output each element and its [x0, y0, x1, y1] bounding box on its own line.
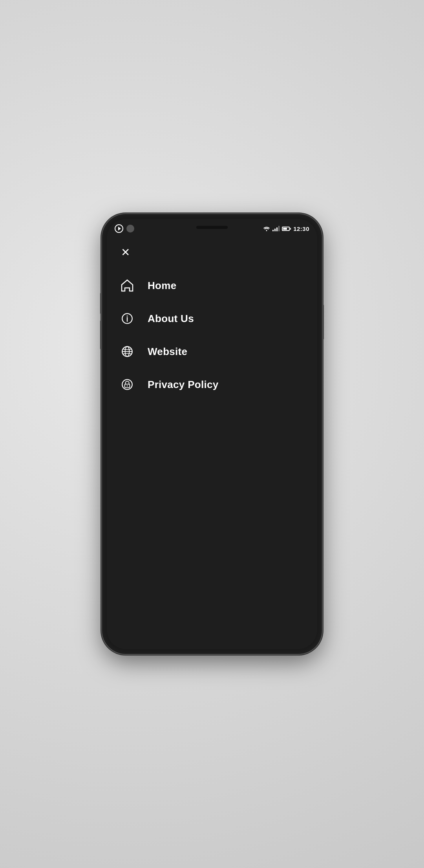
- status-time: 12:30: [293, 225, 309, 232]
- volume-up-button[interactable]: [100, 293, 102, 314]
- close-button[interactable]: ✕: [117, 244, 134, 261]
- speaker-grille: [196, 226, 228, 229]
- close-icon: ✕: [121, 247, 130, 258]
- app-content: ✕ Home: [107, 236, 317, 641]
- signal-bar-2: [274, 229, 276, 231]
- info-circle-icon: [119, 310, 136, 327]
- bottom-safe-area: [107, 641, 317, 649]
- signal-bar-4: [278, 226, 280, 231]
- home-icon: [119, 277, 136, 294]
- signal-bars: [272, 226, 280, 231]
- battery-tip: [290, 228, 291, 230]
- menu-item-website[interactable]: Website: [119, 335, 305, 368]
- signal-bar-1: [272, 230, 274, 231]
- svg-point-8: [127, 385, 128, 386]
- navigation-menu: Home About Us: [119, 269, 305, 401]
- status-bar: 12:30: [107, 219, 317, 236]
- lock-icon: [119, 376, 136, 393]
- phone-screen: 12:30 ✕ Home: [107, 219, 317, 649]
- menu-label-home: Home: [148, 280, 176, 292]
- menu-item-about-us[interactable]: About Us: [119, 302, 305, 335]
- battery-icon: [282, 227, 291, 231]
- status-right-icons: 12:30: [263, 225, 309, 232]
- menu-item-privacy-policy[interactable]: Privacy Policy: [119, 368, 305, 401]
- battery-body: [282, 227, 290, 231]
- signal-bar-3: [276, 227, 278, 231]
- battery-fill: [283, 228, 287, 230]
- status-left-icons: [115, 224, 134, 233]
- dot-icon: [126, 225, 134, 233]
- menu-label-about-us: About Us: [148, 313, 194, 325]
- volume-down-button[interactable]: [100, 320, 102, 350]
- phone-device: 12:30 ✕ Home: [102, 214, 322, 654]
- wifi-icon: [263, 226, 270, 231]
- play-icon: [115, 224, 123, 233]
- menu-item-home[interactable]: Home: [119, 269, 305, 302]
- menu-label-privacy-policy: Privacy Policy: [148, 379, 219, 391]
- play-triangle: [118, 227, 121, 231]
- power-button[interactable]: [322, 304, 324, 340]
- globe-icon: [119, 343, 136, 360]
- menu-label-website: Website: [148, 346, 187, 358]
- svg-point-2: [127, 315, 128, 317]
